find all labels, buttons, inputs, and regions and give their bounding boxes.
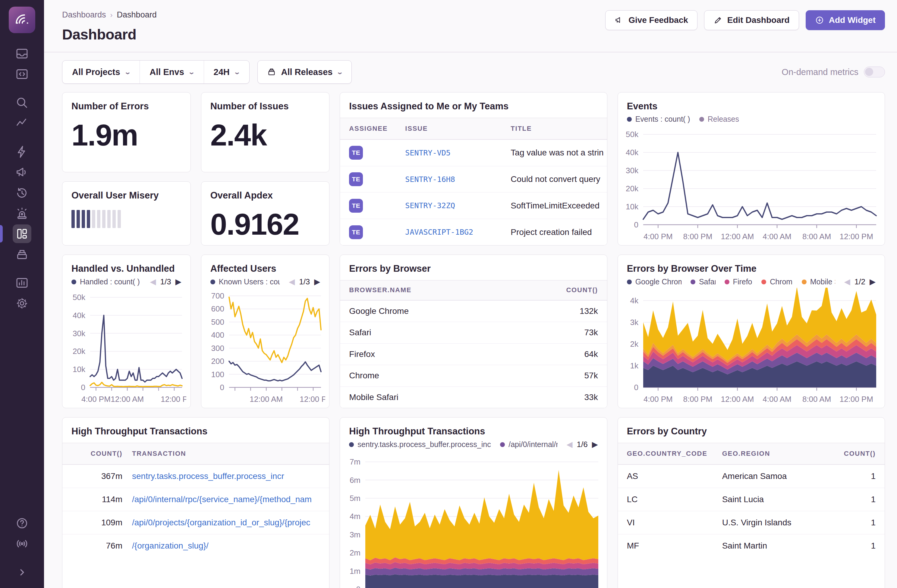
column-header[interactable]: COUNT() [63,450,127,458]
table-row[interactable]: Firefox64k [340,344,607,365]
pager-prev-icon[interactable]: ◀ [566,440,572,449]
column-header[interactable]: BROWSER.NAME [340,286,540,294]
legend-item[interactable]: Known Users : cour [210,278,280,286]
sidebar-footer [0,513,44,583]
issue-link[interactable]: SENTRY-32ZQ [400,201,506,210]
environment-filter[interactable]: All Envs ⌄ [139,61,204,84]
sidebar-item-insights[interactable] [0,142,44,161]
table-row[interactable]: MFSaint Martin1 [618,534,885,557]
legend-item[interactable]: Handled : count( ) [72,278,140,286]
table-row[interactable]: TESENTRY-16H8Could not convert query [340,166,607,192]
sidebar-item-help[interactable] [0,514,44,533]
pager-next-icon[interactable]: ▶ [592,440,598,449]
date-range-filter[interactable]: 24H ⌄ [204,61,249,84]
issue-link[interactable]: SENTRY-VD5 [400,148,506,157]
table-row[interactable]: Safari73k [340,322,607,343]
table-row[interactable]: TEJAVASCRIPT-1BG2Project creation failed [340,219,607,245]
column-header[interactable]: ISSUE [400,125,506,133]
table-row[interactable]: 76m/{organization_slug}/ [63,534,329,557]
table-row[interactable]: Google Chrome132k [340,300,607,322]
sidebar-item-replays[interactable] [0,183,44,202]
table-row[interactable]: 114m/api/0/internal/rpc/{service_name}/{… [63,488,329,511]
table-cell: Safari [340,328,540,338]
table-row[interactable]: TESENTRY-32ZQSoftTimeLimitExceeded [340,192,607,219]
table-row[interactable]: 109m/api/0/projects/{organization_id_or_… [63,511,329,534]
sidebar-item-stats[interactable] [0,273,44,292]
sidebar-item-issues[interactable] [0,44,44,63]
table-row[interactable]: 367msentry.tasks.process_buffer.process_… [63,464,329,488]
add-widget-button[interactable]: Add Widget [806,10,885,30]
high-throughput-chart[interactable]: 01m2m3m4m5m6m7m4:00 PM8:00 PM12:00 AM4:0… [342,451,603,588]
sidebar-item-feedback[interactable] [0,163,44,182]
pager-next-icon[interactable]: ▶ [869,277,876,287]
column-header[interactable]: COUNT() [833,450,885,458]
legend-item[interactable]: Releases [699,115,739,124]
transaction-link[interactable]: /{organization_slug}/ [127,541,329,551]
breadcrumb: Dashboards › Dashboard [62,10,605,20]
affected-users-chart[interactable]: 010020030040050060070012:00 AM12:00 P [203,288,325,406]
give-feedback-button[interactable]: Give Feedback [605,10,698,30]
errors-by-browser-over-time-chart[interactable]: 01k2k3k4k4:00 PM8:00 PM12:00 AM4:00 AM8:… [620,288,880,406]
table-row[interactable]: Chrome57k [340,365,607,386]
issue-link[interactable]: JAVASCRIPT-1BG2 [400,228,506,237]
column-header[interactable]: GEO.COUNTRY_CODE [618,450,717,458]
issue-link[interactable]: SENTRY-16H8 [400,175,506,184]
assignee-avatar[interactable]: TE [349,225,363,239]
pager-prev-icon[interactable]: ◀ [150,277,156,287]
legend-item[interactable]: sentry.tasks.process_buffer.process_incr [349,440,491,449]
assignee-avatar[interactable]: TE [349,172,363,186]
table-cell: 109m [63,518,127,527]
table-row[interactable]: ASAmerican Samoa1 [618,464,885,488]
legend-item[interactable]: Firefox [725,278,753,286]
transaction-link[interactable]: /api/0/projects/{organization_id_or_slug… [127,518,329,527]
svg-text:4m: 4m [350,512,360,521]
widget-errors-by-browser-over-time: Errors by Browser Over Time Google Chrom… [618,255,885,408]
project-filter[interactable]: All Projects ⌄ [63,61,139,84]
legend-item[interactable]: Safari [690,278,716,286]
sentry-logo[interactable] [9,7,35,33]
on-demand-metrics-toggle[interactable] [864,67,885,78]
sidebar-collapse[interactable] [0,563,44,582]
sidebar-item-dashboards[interactable] [0,225,44,243]
pager-next-icon[interactable]: ▶ [314,277,320,287]
table-row[interactable]: LCSaint Lucia1 [618,488,885,511]
table-row[interactable]: TESENTRY-VD5Tag value was not a strin [340,139,607,166]
sidebar-item-settings[interactable] [0,294,44,313]
column-header[interactable]: TRANSACTION [127,450,329,458]
transaction-link[interactable]: sentry.tasks.process_buffer.process_incr [127,472,329,481]
assignee-avatar[interactable]: TE [349,199,363,213]
sidebar-item-alerts[interactable] [0,204,44,223]
sidebar-item-explore[interactable] [0,93,44,112]
sidebar-item-traces[interactable] [0,114,44,133]
legend-item[interactable]: /api/0/internal/r [500,440,557,449]
events-chart[interactable]: 010k20k30k40k50k4:00 PM8:00 PM12:00 AM4:… [620,125,880,243]
legend-dot-icon [349,442,354,447]
column-header[interactable]: ASSIGNEE [340,125,400,133]
table-row[interactable]: VIU.S. Virgin Islands1 [618,511,885,534]
column-header[interactable]: COUNT() [541,286,607,294]
widget-high-throughput-transactions-table: High Throughput Transactions COUNT()TRAN… [62,417,329,588]
table-cell: Saint Lucia [717,495,833,504]
pager-prev-icon[interactable]: ◀ [844,277,850,287]
transaction-link[interactable]: /api/0/internal/rpc/{service_name}/{meth… [127,495,329,504]
legend-label: Firefox [733,278,753,286]
edit-dashboard-button[interactable]: Edit Dashboard [704,10,799,30]
pager-prev-icon[interactable]: ◀ [289,277,295,287]
handled-vs-unhandled-chart[interactable]: 010k20k30k40k50k4:00 PM12:00 AM12:00 P [64,288,186,406]
legend-item[interactable]: Chrome [761,278,793,286]
pager-next-icon[interactable]: ▶ [175,277,181,287]
legend-item[interactable]: Google Chrome [627,278,681,286]
releases-filter[interactable]: All Releases ⌄ [257,60,352,84]
legend-item[interactable]: Mobile S [802,278,835,286]
legend-item[interactable]: Events : count( ) [627,115,690,124]
table-row[interactable]: Mobile Safari33k [340,386,607,408]
sidebar-item-releases[interactable] [0,245,44,264]
breadcrumb-dashboards[interactable]: Dashboards [62,10,106,20]
sidebar-item-projects[interactable] [0,65,44,84]
broadcast-icon [13,535,31,553]
column-header[interactable]: TITLE [506,125,607,133]
assignee-avatar[interactable]: TE [349,146,363,160]
column-header[interactable]: GEO.REGION [717,450,833,458]
events-legend: Events : count( )Releases [627,115,876,124]
sidebar-item-broadcasts[interactable] [0,535,44,553]
